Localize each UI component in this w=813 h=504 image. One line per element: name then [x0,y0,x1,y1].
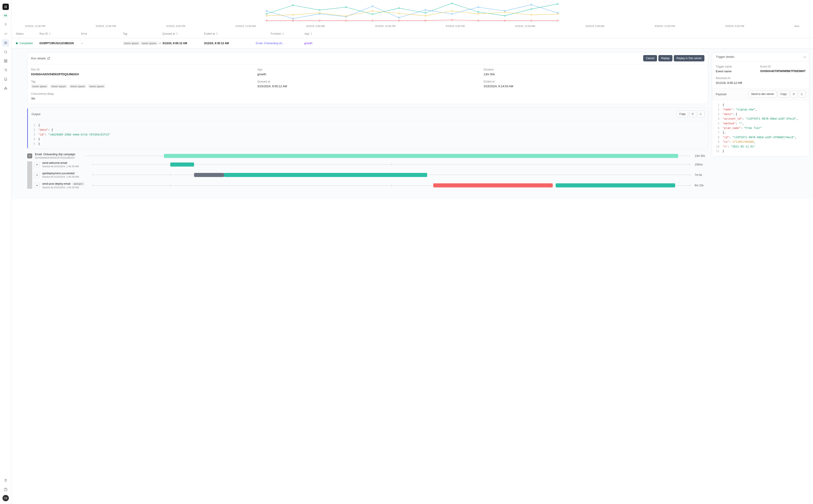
svg-point-6 [4,51,6,53]
val-received: 3/12/24, 9:00:12 AM [716,81,756,85]
label-trigger-name: Trigger name [716,65,756,68]
expand-button[interactable]: + [34,172,39,177]
svg-point-67 [531,14,532,15]
wrap-icon[interactable] [689,111,696,117]
copy-payload-button[interactable]: Copy [778,91,789,97]
cell-queued: 3/12/24, 9:00:12 AM [162,42,203,45]
val-app[interactable]: growth [257,73,478,76]
svg-point-69 [266,20,267,21]
step-count-badge: 3 [27,153,32,158]
th-ended[interactable]: Ended at ⇅ [204,32,245,35]
svg-point-54 [504,10,505,12]
collapse-icon[interactable]: →| [802,55,806,58]
svg-point-68 [557,14,558,15]
cell-function[interactable]: Email: Onboarding dri... [246,42,284,45]
search-icon[interactable] [2,48,9,56]
th-run-id[interactable]: Run ID⇅ [39,32,80,35]
svg-rect-11 [6,61,7,62]
svg-point-49 [372,6,373,7]
val-tags: lorem: ipsumlorem: ipsumlorem: ipsumlore… [31,85,252,88]
label-tag: Tag [31,80,252,83]
format-icon[interactable] [698,111,704,117]
cell-app[interactable]: growth [285,42,312,45]
tag-chip: lorem: ipsum [69,85,86,88]
sidebar: PR CN [0,0,11,504]
timeline-step: +send-post-deploy-emailattempt 2Started … [34,182,708,189]
svg-rect-10 [4,61,5,62]
svg-point-44 [557,3,558,5]
th-function[interactable]: Function ⇅ [246,32,284,35]
webhook-icon[interactable] [2,85,9,92]
label-queued: Queued at [257,80,478,83]
svg-point-80 [557,20,558,21]
tag-chip: lorem: ipsum [88,85,105,88]
table-row[interactable]: Completed 01HRPT19RJSA1019B2GN – lorem: … [11,38,813,48]
step-sub: Started At:3/15/2024, 1:45:39 AM [42,186,90,189]
avatar[interactable]: CN [2,495,9,501]
external-link-icon[interactable] [47,57,50,60]
label-run-id: Run ID [31,68,252,71]
svg-point-64 [451,10,452,12]
svg-rect-8 [4,60,5,61]
list-icon[interactable] [2,39,9,46]
pr-badge[interactable]: PR [3,14,9,18]
th-label: Run ID [39,32,48,35]
trigger-card: Trigger details →| Trigger nameEvent nam… [712,52,809,156]
send-dev-button[interactable]: Send to dev server [749,91,777,97]
svg-point-62 [398,13,399,14]
th-status[interactable]: Status [16,32,39,35]
th-label: App [304,32,309,35]
replay-dev-button[interactable]: Replay in Dev server [674,55,704,61]
step-sub: 01HS0AA03V04D91RTDQ3J862GV [35,156,82,159]
filter-icon[interactable] [2,21,9,28]
svg-point-74 [398,20,399,21]
apps-icon[interactable] [2,57,9,65]
help-icon[interactable] [2,486,9,493]
svg-point-66 [504,12,505,13]
svg-point-36 [345,7,347,8]
th-tag[interactable]: Tag [123,32,161,35]
attempt-badge: attempt 2 [72,182,85,186]
step-name: send-welcome-email [42,161,90,165]
wrap-icon[interactable] [791,91,797,97]
layers-icon[interactable] [2,75,9,83]
plug-icon[interactable] [2,477,9,484]
step-duration: 6m 10s [695,184,708,187]
timeline-bar [92,162,690,167]
svg-line-7 [6,53,7,53]
timeline-step: +send-welcome-emailStarted At:3/15/2024,… [34,161,708,168]
cell-ended: 3/12/24, 9:30:12 AM [204,42,245,45]
replay-button[interactable]: Replay [658,55,672,61]
format-icon[interactable] [799,91,806,97]
expand-button[interactable]: + [34,162,39,167]
output-title: Output [32,112,40,116]
status-dot-icon [16,42,18,44]
status-text: Completed [19,42,33,45]
svg-point-57 [266,15,267,16]
step-duration: 7m 8s [695,173,708,177]
th-error[interactable]: Error [81,32,122,35]
cancel-button[interactable]: Cancel [643,55,657,61]
label-concurrency: Concurrency delay [31,92,252,95]
cell-run-id: 01HRPT19RJSA1019B2GN [39,42,80,45]
tag-chip: lorem: ipsum [31,85,48,88]
queue-icon[interactable] [2,66,9,74]
svg-point-73 [372,20,373,21]
svg-point-60 [345,16,347,17]
logo-icon[interactable] [2,4,9,10]
svg-point-71 [319,20,320,21]
svg-point-40 [451,3,452,4]
th-queued[interactable]: Queued at ⇅ [162,32,203,35]
svg-point-34 [292,5,293,6]
cell-error: – [81,42,122,45]
svg-point-46 [292,18,293,19]
svg-point-51 [425,10,426,11]
label-event-id: Event ID [760,65,806,68]
payload-code: 1{2 "name": "signup.new",3 "data": {4 "a… [712,100,809,156]
th-app[interactable]: App ⇅ [285,32,312,35]
copy-button[interactable]: Copy [677,111,688,117]
timeline: 3 Email: Onboarding drip campaign 01HS0A… [27,153,708,190]
expand-button[interactable]: + [34,183,39,188]
svg-point-77 [478,20,479,21]
chart-icon[interactable] [2,30,9,37]
